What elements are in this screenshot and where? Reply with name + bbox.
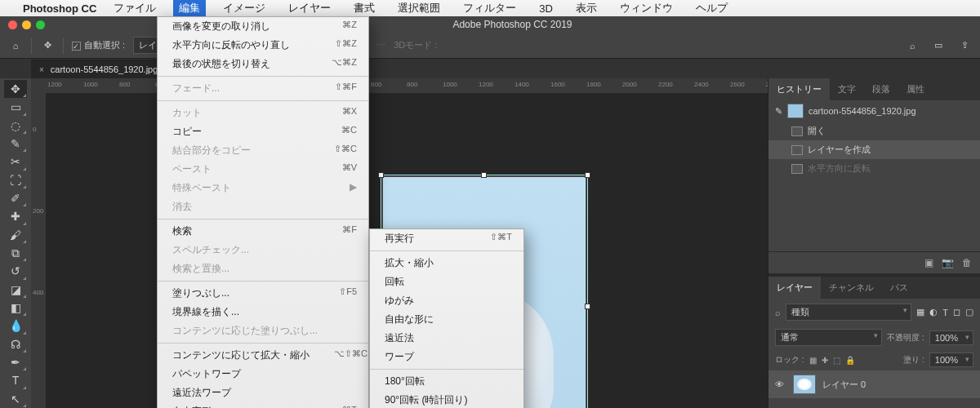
close-window-icon[interactable] [8,20,17,29]
healing-tool[interactable]: ✚ [4,207,27,225]
trash-icon[interactable]: 🗑 [962,257,972,268]
share-icon[interactable]: ⇪ [957,38,972,53]
menu-file[interactable]: ファイル [108,0,162,16]
menu-item[interactable]: 遠近法 [370,329,523,348]
filter-shape-icon[interactable]: ◻ [953,307,960,317]
lasso-tool[interactable]: ◌ [4,117,27,135]
auto-select-checkbox[interactable]: 自動選択 : [72,39,125,51]
close-tab-icon[interactable]: × [39,65,44,74]
brush-icon: ✎ [775,106,782,117]
quick-select-tool[interactable]: ✎ [4,135,27,153]
traffic-lights [0,20,45,29]
move-tool-icon[interactable]: ✥ [40,38,55,53]
menu-item[interactable]: 境界線を描く... [158,303,368,322]
pen-tool[interactable]: ✒ [4,353,27,371]
menu-help[interactable]: ヘルプ [690,0,733,16]
menu-item[interactable]: 90°回転 (時計回り) [370,391,523,408]
search-icon[interactable]: ⌕ [905,38,920,53]
menu-item[interactable]: ワープ [370,348,523,366]
workspace-icon[interactable]: ▭ [931,38,946,53]
menu-item[interactable]: 水平方向に反転のやり直し⇧⌘Z [158,36,368,55]
lock-nested-icon[interactable]: ⬚ [833,356,840,365]
menu-3d[interactable]: 3D [533,2,559,16]
dodge-tool[interactable]: ☊ [4,335,27,353]
menu-item[interactable]: 遠近法ワープ [158,384,368,402]
menu-item[interactable]: 画像を変更の取り消し⌘Z [158,17,368,36]
layer-filter-kind[interactable]: 種類 [786,304,911,321]
handle-top-left[interactable] [378,172,384,178]
filter-smart-icon[interactable]: ▢ [965,307,973,317]
history-snapshot[interactable]: ✎ cartoon-5544856_1920.jpg [768,100,980,122]
tab-character[interactable]: 文字 [830,78,864,100]
create-doc-icon[interactable]: ▣ [924,257,933,268]
menu-image[interactable]: イメージ [217,0,271,16]
app-name[interactable]: Photoshop CC [23,2,96,15]
menu-item[interactable]: 塗りつぶし...⇧F5 [158,284,368,303]
tab-properties[interactable]: 属性 [898,78,933,100]
history-step-newlayer[interactable]: レイヤーを作成 [768,140,980,159]
handle-mid-right[interactable] [585,304,590,309]
tab-paths[interactable]: パス [882,277,916,299]
menu-window[interactable]: ウィンドウ [614,0,679,16]
crop-tool[interactable]: ✂ [4,153,27,171]
menu-item[interactable]: 180°回転 [370,372,523,391]
brush-tool[interactable]: 🖌 [4,226,27,244]
handle-top-right[interactable] [585,172,590,178]
menu-item[interactable]: 最後の状態を切り替え⌥⌘Z [158,55,368,73]
frame-tool[interactable]: ⛶ [4,171,27,189]
document-tab[interactable]: × cartoon-5544856_1920.jpg [31,60,166,78]
handle-top-mid[interactable] [481,172,487,178]
tab-channels[interactable]: チャンネル [821,277,882,299]
tab-paragraph[interactable]: 段落 [864,78,898,100]
layer-row[interactable]: 👁 レイヤー 0 [768,370,980,398]
type-tool[interactable]: T [4,371,27,389]
menu-view[interactable]: 表示 [570,0,603,16]
zoom-window-icon[interactable] [36,20,45,29]
lock-pixels-icon[interactable]: ▦ [809,356,817,365]
eraser-tool[interactable]: ◪ [4,281,27,299]
lock-position-icon[interactable]: ✚ [822,356,828,365]
history-step-flip[interactable]: 水平方向に反転 [768,159,980,178]
path-tool[interactable]: ↖ [4,390,27,408]
menu-item[interactable]: 再実行⇧⌘T [370,229,523,248]
search-layers-icon[interactable]: ⌕ [775,308,781,317]
clone-tool[interactable]: ⧉ [4,244,27,262]
tab-layers[interactable]: レイヤー [768,277,821,299]
filter-adjust-icon[interactable]: ◐ [929,307,938,317]
marquee-tool[interactable]: ▭ [4,98,27,116]
menu-item[interactable]: ゆがみ [370,291,523,310]
move-tool[interactable]: ✥ [4,80,27,98]
layers-panel-tabs: レイヤー チャンネル パス [768,277,980,299]
history-brush-tool[interactable]: ↺ [4,262,27,280]
menu-filter[interactable]: フィルター [457,0,522,16]
menu-item[interactable]: 自由な形に [370,310,523,329]
gradient-tool[interactable]: ◧ [4,299,27,317]
snapshot-icon[interactable]: 📷 [942,257,954,268]
menu-item[interactable]: 回転 [370,273,523,291]
home-icon[interactable]: ⌂ [8,38,23,53]
tab-history[interactable]: ヒストリー [768,78,830,100]
menu-type[interactable]: 書式 [348,0,381,16]
lock-all-icon[interactable]: 🔒 [845,356,855,365]
menu-select[interactable]: 選択範囲 [392,0,446,16]
menu-edit[interactable]: 編集 [173,0,206,16]
fill-value[interactable]: 100% [929,353,973,367]
menu-item[interactable]: 検索⌘F [158,222,368,241]
history-step-open[interactable]: 開く [768,122,980,140]
minimize-window-icon[interactable] [22,20,31,29]
eyedropper-tool[interactable]: ✐ [4,189,27,207]
menu-item[interactable]: 自由変形⌘T [158,402,368,408]
blur-tool[interactable]: 💧 [4,317,27,335]
menu-item[interactable]: コピー⌘C [158,122,368,141]
document-tab-label: cartoon-5544856_1920.jpg [51,64,158,74]
opacity-value[interactable]: 100% [929,330,973,345]
blend-mode-select[interactable]: 通常 [775,329,882,346]
menu-item[interactable]: 拡大・縮小 [370,254,523,273]
filter-pixel-icon[interactable]: ▦ [916,307,924,317]
menu-item[interactable]: コンテンツに応じて拡大・縮小⌥⇧⌘C [158,346,368,365]
filter-type-icon[interactable]: T [942,308,948,317]
visibility-icon[interactable]: 👁 [775,379,786,389]
menu-layer[interactable]: レイヤー [283,0,336,16]
menu-item[interactable]: パペットワープ [158,365,368,384]
history-panel-tabs: ヒストリー 文字 段落 属性 [768,78,980,100]
